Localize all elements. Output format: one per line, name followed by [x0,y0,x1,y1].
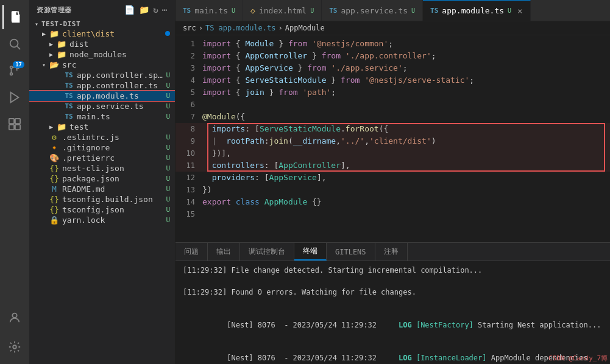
sidebar-item-tsconfig[interactable]: {} tsconfig.json U [29,205,175,215]
tab-debug-console[interactable]: 调试控制台 [240,243,294,261]
main-area: TS main.ts U ◇ index.html U TS app.servi… [176,0,610,364]
new-folder-icon[interactable]: 📁 [139,5,150,15]
new-file-icon[interactable]: 📄 [124,5,135,15]
tab-output[interactable]: 输出 [208,243,240,261]
svg-rect-9 [9,119,14,124]
tab-comments[interactable]: 注释 [375,243,408,261]
tab-terminal[interactable]: 终端 [294,243,327,261]
sidebar-item-dist[interactable]: ▶ 📁 dist [29,39,175,49]
ts-file-icon: TS [63,113,74,121]
svg-point-14 [13,345,16,349]
close-tab-icon[interactable]: × [517,6,522,16]
terminal-content[interactable]: [11:29:32] File change detected. Startin… [176,261,610,364]
chevron-down-icon: ▾ [39,61,49,68]
tab-main-ts[interactable]: TS main.ts U [176,0,243,21]
sidebar-item-client-dist[interactable]: ▶ 📁 client\dist [29,29,175,39]
tab-index-html[interactable]: ◇ index.html U [243,0,322,21]
sidebar-item-nest-cli[interactable]: {} nest-cli.json U [29,163,175,173]
breadcrumb-file[interactable]: TS app.module.ts [205,24,276,32]
sidebar-item-package-json[interactable]: {} package.json U [29,173,175,184]
line-content [202,208,608,220]
line-content: import { Module } from '@nestjs/common'; [202,38,608,50]
folder-icon: 📁 [56,40,67,49]
sidebar-item-readme[interactable]: M README.md U [29,184,175,194]
line-number: 7 [178,111,202,123]
svg-point-13 [12,313,16,318]
breadcrumb-symbol[interactable]: AppModule [285,24,325,32]
breadcrumb-sep-1: › [199,24,203,32]
sidebar-item-eslintrc[interactable]: ⚙ .eslintrc.js U [29,132,175,142]
sidebar-item-tsconfig-build[interactable]: {} tsconfig.build.json U [29,194,175,205]
code-line-2: 2 import { AppController } from './app.c… [176,50,610,62]
sidebar-section-test-dist[interactable]: ▾ TEST-DIST [29,19,175,29]
sidebar-item-src[interactable]: ▾ 📂 src [29,60,175,70]
sidebar-item-yarn-lock[interactable]: 🔒 yarn.lock U [29,215,175,225]
code-line-11: 11 controllers: [AppController], [176,159,610,172]
sidebar-item-label: yarn.lock [62,215,166,225]
modified-badge: U [166,206,175,214]
tab-gitlens[interactable]: GITLENS [327,243,375,261]
tab-label: 终端 [303,246,317,256]
chevron-down-icon: ▾ [32,21,41,27]
md-file-icon: M [49,184,60,194]
line-content: @Module({ [202,111,608,123]
line-number: 4 [178,74,202,86]
sidebar-item-app-module[interactable]: TS app.module.ts U [29,91,175,101]
modified-badge: U [166,92,175,100]
code-line-14: 14 export class AppModule {} [176,196,610,208]
ts-file-icon: TS [63,92,74,100]
json-file-icon: {} [49,195,60,204]
line-number: 3 [178,62,202,74]
chevron-right-icon: ▶ [46,51,56,58]
accounts-icon[interactable] [2,306,27,330]
source-control-icon[interactable] [2,58,27,83]
code-editor[interactable]: 1 import { Module } from '@nestjs/common… [176,35,610,242]
tab-prefix: TS [183,7,191,15]
breadcrumb: src › TS app.module.ts › AppModule [176,21,610,35]
json-file-icon: {} [49,205,60,214]
sidebar-item-app-controller-spec[interactable]: TS app.controller.spec.ts U [29,70,175,80]
sidebar-item-label: nest-cli.json [62,164,166,173]
lock-icon: 🔒 [49,215,60,225]
line-number: 1 [178,38,202,50]
modified-indicator: U [310,7,314,14]
collapse-icon[interactable]: ⋯ [162,5,168,15]
svg-marker-8 [11,93,19,103]
sidebar-item-label: main.ts [77,112,166,121]
search-icon[interactable] [2,32,27,56]
sidebar-item-prettierrc[interactable]: 🎨 .prettierrc U [29,153,175,163]
ts-file-icon: TS [63,102,74,110]
settings-icon[interactable] [2,335,27,359]
dot-file-icon: ⚙ [49,133,60,142]
sidebar-item-test[interactable]: ▶ 📁 test [29,122,175,132]
code-line-1: 1 import { Module } from '@nestjs/common… [176,38,610,50]
files-icon[interactable] [2,5,27,29]
sidebar-item-app-controller[interactable]: TS app.controller.ts U [29,80,175,91]
tab-label: GITLENS [335,248,366,256]
sidebar-item-gitignore[interactable]: 🔸 .gitignore U [29,142,175,153]
line-content: import { AppService } from './app.servic… [202,62,608,74]
tab-app-service-ts[interactable]: TS app.service.ts U [322,0,423,21]
watermark: CSDN @Candy_7博 [548,354,608,363]
sidebar-item-label: .eslintrc.js [62,133,166,142]
sidebar-item-label: client\dist [62,29,165,38]
sidebar-item-node-modules[interactable]: ▶ 📁 node_modules [29,49,175,60]
breadcrumb-src[interactable]: src [183,24,196,32]
sidebar-item-label: tsconfig.json [62,205,166,214]
svg-line-4 [17,46,20,49]
extensions-icon[interactable] [2,112,27,136]
editor-area: 1 import { Module } from '@nestjs/common… [176,35,610,364]
folder-icon: 📁 [56,122,67,131]
tab-app-module-ts[interactable]: TS app.module.ts U × [423,0,530,21]
modified-indicator: U [411,7,415,14]
code-line-4: 4 import { ServeStaticModule } from '@ne… [176,74,610,86]
sidebar-item-label: .gitignore [62,143,166,152]
sidebar-item-main[interactable]: TS main.ts U [29,111,175,122]
sidebar: 资源管理器 📄 📁 ↻ ⋯ ▾ TEST-DIST ▶ 📁 client\dis… [29,0,176,364]
tab-problems[interactable]: 问题 [176,243,208,261]
refresh-icon[interactable]: ↻ [153,5,158,15]
activity-bar [0,0,29,364]
svg-point-7 [17,66,20,69]
sidebar-item-app-service[interactable]: TS app.service.ts U [29,101,175,111]
debug-icon[interactable] [2,85,27,110]
